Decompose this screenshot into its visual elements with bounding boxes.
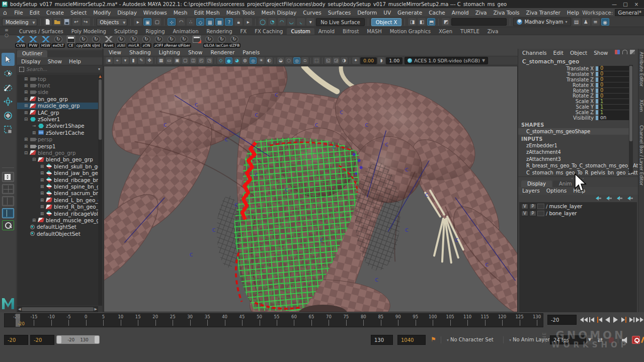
- layout-outliner-persp-button[interactable]: [2, 208, 14, 218]
- expand-toggle-icon[interactable]: ⊞: [24, 144, 30, 149]
- outliner-item[interactable]: ⊞ blend_sacrum_bn_geo: [17, 190, 98, 197]
- auto-keyframe-toggle-icon[interactable]: [632, 336, 640, 344]
- shadows-icon[interactable]: ◐: [266, 57, 273, 64]
- outliner-menu-item[interactable]: Display: [21, 58, 41, 64]
- outliner-vertical-scrollbar[interactable]: ▲: [98, 74, 102, 306]
- chevron-down-icon[interactable]: ▾: [98, 67, 100, 71]
- menu-item[interactable]: Ziva: [472, 10, 490, 16]
- quick-selection-input[interactable]: [451, 18, 507, 26]
- layer-editor-menu-item[interactable]: Layers: [522, 188, 540, 194]
- move-layer-down-icon[interactable]: [606, 196, 612, 201]
- animation-end-field[interactable]: 1040: [397, 335, 426, 345]
- input-node-item[interactable]: zEmbedder1: [518, 142, 631, 149]
- camera-attributes-icon[interactable]: ▾: [122, 57, 129, 64]
- lock-camera-icon[interactable]: ⌖: [114, 57, 121, 64]
- layer-name[interactable]: bone_layer: [549, 211, 577, 216]
- fps-select[interactable]: 24 fps: [550, 335, 586, 344]
- channel-box-menu-item[interactable]: Edit: [553, 50, 564, 57]
- playback-loop-icon[interactable]: ⇄: [598, 336, 603, 343]
- resolution-gate-icon[interactable]: ▣: [174, 57, 181, 64]
- gamma-value[interactable]: 1.00: [386, 57, 403, 64]
- outliner-item[interactable]: ⊞ blend_L_bn_geo_grp: [17, 197, 98, 203]
- step-back-key-button[interactable]: [596, 316, 603, 324]
- menu-item[interactable]: Mesh Display: [258, 10, 300, 16]
- outliner-item[interactable]: ⊞ front: [17, 82, 98, 88]
- channel-value[interactable]: 1: [599, 99, 629, 104]
- menu-item[interactable]: Curves: [300, 10, 325, 16]
- layout-single-pane-button[interactable]: [2, 172, 14, 182]
- shelf-tab[interactable]: Arnold: [314, 28, 339, 35]
- channel-value[interactable]: 0: [599, 94, 629, 99]
- menu-item[interactable]: Arnold: [448, 10, 472, 16]
- channel-box-menu-item[interactable]: Object: [570, 50, 587, 57]
- hypergraph-zoom-button[interactable]: [2, 220, 14, 230]
- channel-value[interactable]: 1: [599, 110, 629, 115]
- expand-toggle-icon[interactable]: ⊞: [40, 177, 46, 183]
- expand-toggle-icon[interactable]: →: [32, 123, 38, 128]
- layout-four-view-button[interactable]: [2, 184, 14, 194]
- mute-audio-icon[interactable]: [622, 337, 629, 343]
- outliner-item[interactable]: defaultObjectSet: [17, 230, 98, 237]
- layer-color-swatch[interactable]: [537, 204, 544, 209]
- layer-from-selected-icon[interactable]: [627, 196, 633, 201]
- outliner-horizontal-scrollbar[interactable]: ◀▶: [17, 306, 98, 312]
- step-back-frame-button[interactable]: [588, 316, 595, 324]
- shelf-button[interactable]: CE: [65, 36, 76, 48]
- menu-item[interactable]: Modify: [90, 10, 114, 16]
- go-to-start-button[interactable]: [580, 316, 587, 324]
- shelf-tab[interactable]: Sculpting: [110, 28, 142, 35]
- shelf-tab[interactable]: Motion Graphics: [386, 28, 435, 35]
- shelf-button[interactable]: slZFB: [229, 36, 240, 48]
- layer-playback-toggle[interactable]: P: [529, 204, 536, 209]
- channel-value[interactable]: 1: [599, 105, 629, 110]
- shaded-icon[interactable]: ●: [225, 57, 232, 64]
- xray-icon[interactable]: ◱: [325, 57, 332, 64]
- snap-history-icon[interactable]: ?: [225, 18, 233, 26]
- new-scene-icon[interactable]: [44, 18, 52, 26]
- lasso-tool[interactable]: [2, 67, 15, 80]
- outliner-item[interactable]: ⊞ bn_geo_grp: [17, 96, 98, 102]
- menu-set-select[interactable]: Modeling: [2, 18, 37, 26]
- menu-item[interactable]: Help: [564, 10, 582, 16]
- shelf-button[interactable]: [191, 36, 202, 43]
- expand-toggle-icon[interactable]: ⊞: [40, 170, 46, 175]
- channel-row[interactable]: Rotate X 0: [518, 82, 629, 88]
- normal-snap-icon[interactable]: ◟: [297, 18, 305, 26]
- menu-item[interactable]: UV: [380, 10, 394, 16]
- viewport-menu-item[interactable]: Lighting: [159, 49, 180, 55]
- expand-toggle-icon[interactable]: ⊞: [24, 76, 30, 81]
- shelf-button[interactable]: mirLR: [128, 36, 139, 48]
- field-chart-icon[interactable]: ◫: [190, 57, 197, 64]
- snap-point-icon[interactable]: ∴: [187, 18, 195, 26]
- shelf-button[interactable]: exDLT: [53, 36, 64, 48]
- playback-start-field[interactable]: -20: [30, 335, 54, 345]
- shelf-button[interactable]: Rivet: [103, 36, 114, 48]
- select-camera-icon[interactable]: ▪: [106, 57, 113, 64]
- isolate-select-icon[interactable]: ⬚: [313, 57, 320, 64]
- image-plane-icon[interactable]: ✎: [138, 57, 145, 64]
- shelf-tab[interactable]: MASH: [363, 28, 385, 35]
- make-live-icon[interactable]: ▩: [215, 18, 223, 26]
- shelf-tab[interactable]: Animation: [169, 28, 203, 35]
- menu-item[interactable]: Display: [114, 10, 140, 16]
- shelf-tab[interactable]: Ziva: [484, 28, 503, 35]
- outliner-item[interactable]: → zSolver1Shape: [17, 123, 98, 129]
- gamma-toggle-icon[interactable]: ◗: [378, 57, 385, 64]
- channel-box-icons[interactable]: [615, 50, 635, 54]
- menu-item[interactable]: Surfaces: [325, 10, 354, 16]
- shelf-button[interactable]: slFiber: [179, 36, 190, 48]
- outliner-item[interactable]: ⊞ LAC_grp: [17, 109, 98, 116]
- sidebar-vertical-tab[interactable]: Attribute Editor: [639, 52, 644, 86]
- step-forward-frame-button[interactable]: [628, 316, 635, 324]
- shelf-button[interactable]: lacCon: [216, 36, 227, 48]
- safe-action-icon[interactable]: ◰: [198, 57, 205, 64]
- channel-row[interactable]: Rotate Z 0: [518, 93, 629, 99]
- input-node-item[interactable]: R_breast_ms_geo_To_C_stomach_ms_geo_zAt.…: [518, 162, 631, 169]
- shelf-button[interactable]: zRenam: [166, 36, 177, 48]
- outliner-item[interactable]: ⊟ zSolver1: [17, 116, 98, 122]
- channel-value[interactable]: 0: [599, 66, 629, 71]
- menu-item[interactable]: Generate: [394, 10, 426, 16]
- viewport-canvas[interactable]: CC CC CC CC CC CC CC CC CC CC CC: [104, 66, 518, 312]
- outliner-item[interactable]: ⊞ blend_R_bn_geo_grp: [17, 203, 98, 210]
- current-frame-field[interactable]: -20: [547, 315, 577, 325]
